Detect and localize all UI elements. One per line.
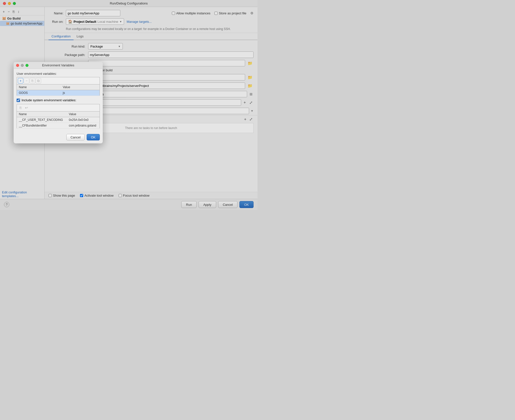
modal-maximize-button[interactable] [26,64,28,67]
name-input[interactable] [66,10,120,16]
modal-body: User environment variables: + − ⎘ ⧉ Name… [14,69,103,131]
focus-tool-checkbox[interactable] [119,194,122,197]
before-launch-add-button[interactable]: + [243,116,247,122]
sidebar-section-label: Go Build [7,17,21,20]
ok-button[interactable]: OK [239,201,254,208]
move-config-button[interactable]: ↕ [17,9,20,14]
checkboxes-group: Allow multiple instances Store as projec… [172,11,254,15]
environment-edit-button[interactable]: ⊞ [249,92,254,97]
env-paste-button[interactable]: ⧉ [36,78,41,83]
tab-logs[interactable]: Logs [74,33,86,40]
env-variables-modal[interactable]: Environment Variables User environment v… [14,62,103,143]
tab-configuration[interactable]: Configuration [49,33,74,40]
run-kind-label: Run kind: [49,45,88,48]
table-row[interactable]: __CFBundleIdentifier com.jetbrains.golan… [17,123,100,129]
run-on-dropdown[interactable]: 🏠 Project Default Local machine ▼ [66,18,124,25]
package-path-label: Package path: [49,53,88,57]
run-on-suffix: Local machine [98,20,118,24]
run-kind-selected: Package [90,45,103,48]
run-kind-value: Package ▼ [88,43,254,50]
table-row[interactable]: __CF_USER_TEXT_ENCODING 0x25A:0x0:0x0 [17,117,100,123]
window-controls[interactable] [3,2,16,5]
redirect-input-browse-button[interactable]: 📁 [247,75,254,80]
env-remove-button[interactable]: − [24,78,29,83]
footer-bar: Show this page Activate tool window Focu… [45,192,258,199]
working-dir-input[interactable] [88,82,245,89]
include-sys-row: Include system environment variables: [17,98,100,102]
include-sys-checkbox[interactable] [17,99,20,102]
user-table-name-header: Name [17,84,61,90]
store-as-project-label: Store as project file [214,11,246,15]
run-on-row: Run on: 🏠 Project Default Local machine … [49,18,254,25]
sys-row-0-name: __CF_USER_TEXT_ENCODING [17,117,67,123]
build-tags-value: ▼ [88,108,254,114]
edit-templates-link[interactable]: Edit configuration templates... [0,189,44,199]
close-button[interactable] [3,2,6,5]
sys-env-toolbar: ⎘ ↩ [17,104,100,111]
cancel-button[interactable]: Cancel [218,201,237,208]
help-button[interactable]: ? [4,202,9,207]
output-dir-browse-button[interactable]: 📁 [247,60,254,66]
modal-minimize-button[interactable] [21,64,24,67]
store-as-project-checkbox[interactable] [214,12,218,15]
modal-window-controls[interactable] [16,64,28,67]
package-path-input[interactable] [88,52,254,58]
name-label: Name: [49,11,63,15]
sys-row-0-value: 0x25A:0x0:0x0 [67,117,100,123]
add-config-button[interactable]: + [2,9,5,14]
user-row-value: js [61,90,100,96]
run-button[interactable]: Run [181,201,197,208]
go-tool-args-value: + ⤢ [88,99,254,106]
modal-ok-button[interactable]: OK [87,134,100,140]
bottom-buttons: ? Run Apply Cancel OK [0,199,258,210]
go-tool-args-add-button[interactable]: + [243,100,247,105]
sys-undo-btn[interactable]: ↩ [24,105,29,110]
redirect-input-input[interactable] [88,74,245,80]
config-header: Name: Allow multiple instances Store as … [45,7,258,33]
hint-text: Run configurations may be executed local… [49,27,254,31]
run-config-icon: 🐹 [6,22,10,25]
project-icon: 🏠 [68,20,72,24]
user-env-table: Name Value GOOS js [17,84,100,96]
env-copy-button[interactable]: ⎘ [30,78,35,83]
focus-tool-label: Focus tool window [119,194,150,197]
user-env-label: User environment variables: [17,72,100,76]
output-dir-input[interactable] [88,60,245,66]
package-path-value [88,52,254,58]
go-tool-args-input[interactable] [88,99,241,106]
title-bar: Run/Debug Configurations [0,0,258,7]
sys-copy-btn[interactable]: ⎘ [18,105,23,110]
manage-targets-link[interactable]: Manage targets... [127,20,152,24]
modal-footer: Cancel OK [14,131,103,143]
remove-config-button[interactable]: − [7,9,10,14]
activate-tool-checkbox[interactable] [80,194,83,197]
environment-value: ⊞ [88,91,254,97]
env-add-button[interactable]: + [18,78,23,83]
maximize-button[interactable] [13,2,16,5]
environment-input[interactable] [88,91,247,97]
name-row: Name: Allow multiple instances Store as … [49,10,254,16]
modal-close-button[interactable] [16,64,19,67]
run-kind-dropdown[interactable]: Package ▼ [88,43,123,50]
sidebar-item-go-build-myserverapp[interactable]: 🐹 go build myServerApp [0,21,44,26]
sidebar-section-go-build[interactable]: 🐹 Go Build [0,15,44,21]
apply-button[interactable]: Apply [199,201,216,208]
before-launch-expand-button[interactable]: ⤢ [248,116,254,122]
sidebar-toolbar: + − ⎘ ↕ [0,8,44,15]
build-tags-input[interactable] [88,108,249,114]
show-page-checkbox[interactable] [49,194,52,197]
allow-multiple-checkbox[interactable] [172,12,175,15]
go-tool-args-expand-button[interactable]: ⤢ [248,100,254,105]
user-row-name: GOOS [17,90,61,96]
table-row[interactable]: GOOS js [17,90,100,96]
modal-cancel-button[interactable]: Cancel [66,134,85,140]
copy-config-button[interactable]: ⎘ [12,9,15,14]
activate-tool-label: Activate tool window [80,194,114,197]
working-dir-browse-button[interactable]: 📁 [247,83,254,89]
minimize-button[interactable] [8,2,11,5]
go-build-icon: 🐹 [2,16,6,20]
sys-table-name-header: Name [17,111,67,117]
env-table-toolbar: + − ⎘ ⧉ [17,77,100,84]
sidebar-item-label: go build myServerApp [11,22,42,25]
sys-row-1-value: com.jetbrains.goland [67,123,100,129]
